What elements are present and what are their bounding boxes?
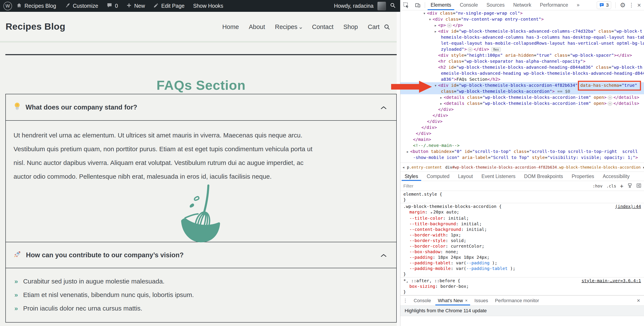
dom-tree-row[interactable]: zyloaded">⋯</div>flex [400,46,644,52]
expand-arrow-closed-icon[interactable]: ▶ [433,23,438,29]
dom-tree-row[interactable]: let-equal-layout has-mobile-collapsedRow… [400,40,644,46]
pseudo-state-toggle[interactable]: :hov [593,184,602,188]
dom-tree-row[interactable]: ▼<div class="nv-content-wrap entry-conte… [400,16,644,22]
nav-item-shop[interactable]: Shop [343,24,358,31]
drawer-tab-console[interactable]: Console [410,296,434,305]
page-scrollbar[interactable] [397,12,400,326]
gear-icon[interactable]: ⚙ [620,1,626,9]
sidebar-tab-computed[interactable]: Computed [422,172,454,181]
css-property[interactable]: --border-style: solid; [403,238,641,243]
drawer-tab-issues[interactable]: Issues [471,296,492,305]
sidebar-tab-layout[interactable]: Layout [454,172,477,181]
dom-tree-row[interactable]: </div> [400,124,644,130]
close-icon[interactable]: × [637,2,641,9]
site-title[interactable]: Recipes Blog [6,21,65,32]
breadcrumb-item[interactable]: p.entry-content [405,165,444,170]
collapsed-content-icon[interactable]: ⋯ [608,96,612,99]
devtools-tab-console[interactable]: Console [456,0,482,10]
css-selector[interactable]: .wp-block-themeisle-blocks-accordion { [403,204,502,209]
dom-tree-row[interactable]: ▶<button tabindex="0" id="scroll-to-top"… [400,148,644,154]
dom-tree-row[interactable]: -show-mobile icon" aria-label="Scroll to… [400,154,644,160]
expand-arrow-closed-icon[interactable]: ▶ [438,101,444,107]
kebab-icon[interactable]: ⋮ [400,298,410,303]
faq-item-1-summary[interactable]: What does our company stand for? [6,94,396,121]
dom-tree-row[interactable]: ▶<details class="wp-block-themeisle-bloc… [400,94,644,100]
close-icon[interactable]: × [465,298,468,303]
css-property[interactable]: --padding-mobile: var(--padding-tablet )… [403,266,641,271]
css-property[interactable]: --box-shadow: none; [403,249,641,254]
drawer-tab-what-s-new[interactable]: What's New× [434,296,471,305]
dom-tree-row[interactable]: </div> [400,130,644,136]
dom-tree-row[interactable]: </div> [400,106,644,112]
dom-tree-row[interactable]: </div> [400,112,644,118]
admin-bar-item[interactable]: Recipes Blog [12,0,60,12]
css-property[interactable]: --border-color: currentColor; [403,243,641,249]
class-toggle[interactable]: .cls [606,184,616,188]
nav-item-home[interactable]: Home [222,24,239,31]
howdy-link[interactable]: Howdy, radacina [334,3,374,9]
dom-tree-row[interactable]: ▶<div id="wp-block-themeisle-blocks-adva… [400,28,644,34]
drawer-tab-performance-monitor[interactable]: Performance monitor [492,296,542,305]
dom-tree-row[interactable]: class="wp-block-themeisle-blocks-accordi… [400,88,644,94]
css-property[interactable]: margin: ▶20px auto; [403,209,641,215]
devtools-tab-performance[interactable]: Performance [536,0,572,10]
nav-item-recipes[interactable]: Recipes [275,24,302,31]
breadcrumb-item[interactable]: div#wp-block-themeisle-blocks-accordion-… [444,165,642,170]
devtools-tab-network[interactable]: Network [509,0,536,10]
sidebar-tab-properties[interactable]: Properties [567,172,598,181]
nav-item-cart[interactable]: Cart [368,24,380,31]
nav-search-icon[interactable] [384,24,390,31]
dom-tree-row[interactable]: ▼<div class="nv-single-page-wrap col"> [400,10,644,16]
css-variable-link[interactable]: --padding-tablet [466,266,508,271]
device-toolbar-icon[interactable] [412,2,424,8]
computed-panel-toggle-icon[interactable] [636,183,642,189]
nav-item-contact[interactable]: Contact [312,24,334,31]
expand-arrow-open-icon[interactable]: ▼ [428,17,432,23]
wordpress-icon[interactable]: W [4,2,12,10]
expand-arrow-closed-icon[interactable]: ▶ [438,95,444,101]
kebab-icon[interactable]: ⋮ [628,2,634,8]
css-property[interactable]: --border-width: 1px; [403,232,641,238]
admin-bar-item[interactable]: Customize [60,0,102,12]
stylesheet-link[interactable]: style-main-…ver=3.6.4:1 [582,278,641,283]
sidebar-tab-accessibility[interactable]: Accessibility [598,172,634,181]
more-tabs-button[interactable]: » [572,0,584,10]
whats-new-highlights[interactable]: Highlights from the Chrome 114 update [400,305,644,316]
dom-tree-row[interactable]: emeisle-blocks-advanced-heading wp-block… [400,70,644,76]
stylesheet-link[interactable]: (index):44 [615,204,641,209]
css-property[interactable]: --title-color: initial; [403,215,641,221]
dom-tree-row[interactable]: ▶<p>⋯</p> [400,22,644,28]
faq-item-2-summary[interactable]: How can you contribute to our company’s … [6,242,396,268]
rendering-emulation-icon[interactable] [627,183,632,189]
dom-tree-row[interactable]: hemeisle-blocks-advanced-columns has-3-c… [400,34,644,40]
admin-search-icon[interactable] [390,2,396,10]
admin-bar-item[interactable]: 0 [102,0,122,12]
new-style-rule-icon[interactable]: + [620,183,624,189]
css-property[interactable]: --title-background: initial; [403,221,641,227]
css-property[interactable]: --padding-tablet: var(--padding ); [403,260,641,266]
avatar[interactable] [378,2,386,10]
row-menu-icon[interactable]: ⋯ [402,82,404,88]
expand-arrow-open-icon[interactable]: ▼ [433,83,438,89]
nav-item-about[interactable]: About [249,24,265,31]
flex-badge[interactable]: flex [491,47,501,52]
admin-bar-item[interactable]: Show Hooks [189,0,228,12]
issues-counter[interactable]: 3 [597,1,611,9]
sidebar-tab-event-listeners[interactable]: Event Listeners [477,172,520,181]
expand-arrow-closed-icon[interactable]: ▶ [405,149,410,155]
admin-bar-item[interactable]: New [122,0,149,12]
close-icon[interactable]: × [637,297,644,304]
breadcrumb-right-icon[interactable]: ▶ [642,166,644,169]
collapsed-content-icon[interactable]: ⋯ [447,24,452,27]
devtools-tab-elements[interactable]: Elements [426,0,456,10]
dom-tree-row[interactable]: </main> [400,136,644,142]
sidebar-tab-styles[interactable]: Styles [400,172,422,181]
sidebar-tab-dom-breakpoints[interactable]: DOM Breakpoints [520,172,567,181]
css-selector[interactable]: element.style { [403,191,442,197]
inspect-element-icon[interactable] [400,2,412,8]
dom-tree-row[interactable]: <h2 id="wp-block-themeisle-blocks-advanc… [400,64,644,70]
css-property[interactable]: --padding: 18px 24px 18px 24px; [403,254,641,260]
css-variable-link[interactable]: --padding [466,260,490,265]
css-property[interactable]: box-sizing: border-box; [403,283,641,289]
css-selector[interactable]: *, ::after, ::before { [403,278,460,283]
